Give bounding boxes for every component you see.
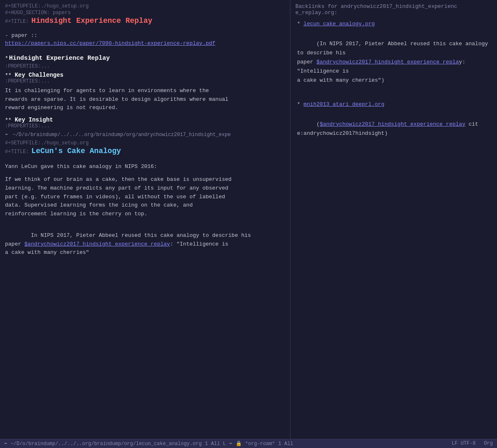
subsection2-title: Key Insight (15, 117, 53, 123)
status-arrow-1: ⬅ (4, 441, 7, 447)
status-extra: Org (484, 441, 493, 447)
body1: It is challenging for agents to learn in… (5, 87, 285, 112)
properties-2: :PROPERTIES:... (5, 78, 285, 84)
backlink-body-2-prefix: ( (317, 121, 320, 127)
status-lock-icon: 🔒 (236, 441, 242, 447)
subsection1-title: Key Challenges (15, 72, 63, 78)
file2-block: #+SETUPFILE:./hugo_setup.org #+TITLE: Le… (5, 140, 285, 266)
hugo-section-1: #+HUGO_SECTION: papers (5, 10, 285, 16)
paper-link[interactable]: https://papers.nips.cc/paper/7090-hindsi… (5, 40, 215, 46)
backlink-item-1: * lecun_cake_analogy.org (295, 21, 492, 27)
body2-intro: Yann LeCun gave this cake analogy in NIP… (5, 163, 285, 171)
backlink-link-1[interactable]: lecun_cake_analogy.org (304, 21, 375, 27)
backlink-body-2-suffix: e:andrychowicz2017hindsight) (297, 130, 387, 136)
status-bar: ⬅ ~/D/o/braindump/../../..org/braindump/… (0, 439, 497, 448)
backlink-body-1: (In NIPS 2017, Pieter Abbeel reused this… (297, 30, 492, 95)
body2-nips: In NIPS 2017, Pieter Abbeel reused this … (5, 223, 285, 266)
backlink-item-2: * mnih2013_atari_deeprl.org (295, 101, 492, 107)
backlink-body-2: ($andrychowicz2017_hindsight_experience_… (297, 111, 492, 147)
title-label-1: #+TITLE: (5, 19, 29, 24)
title-text-2: LeCun's Cake Analogy (32, 147, 121, 155)
body2-main: If we think of our brain as a cake, then… (5, 175, 285, 219)
body2-nips-link[interactable]: $andrychowicz2017_hindsight_experience_r… (24, 241, 170, 247)
status-bar-left: ⬅ ~/D/o/braindump/../../..org/braindump/… (4, 441, 293, 447)
title-text-1: Hindsight Experience Replay (32, 17, 153, 25)
backlinks-header: Backlinks for andrychowicz2017_hindsight… (295, 3, 492, 16)
backlink-body-2-middle: cit (465, 121, 482, 127)
properties-1: :PROPERTIES:... (5, 63, 285, 69)
setup-file-1: #+SETUPFILE:./hugo_setup.org (5, 3, 285, 9)
status-bar-right: LF UTF-8 Org (452, 441, 493, 447)
backlink-body-1-prefix: (In NIPS 2017, Pieter Abbeel reused this… (317, 41, 478, 47)
right-pane: Backlinks for andrychowicz2017_hindsight… (290, 0, 497, 439)
status-mode: *org-roam* (245, 441, 275, 447)
backlink-body-1-link-suffix: y (459, 59, 462, 65)
properties-3: :PROPERTIES:... (5, 123, 285, 129)
section1-title: Hindsight Experience Replay (9, 55, 110, 62)
file1-block: #+SETUPFILE:./hugo_setup.org #+HUGO_SECT… (5, 3, 285, 138)
path1-text: ~/D/o/braindump/../../..org/braindump/or… (12, 132, 231, 138)
left-pane[interactable]: #+SETUPFILE:./hugo_setup.org #+HUGO_SECT… (0, 0, 290, 439)
arrow-icon-1: ⬅ (5, 132, 8, 138)
status-mode-stats: 1 All (278, 441, 293, 447)
status-stats: 1 All L (205, 441, 226, 447)
backlink-link-2[interactable]: mnih2013_atari_deeprl.org (304, 101, 385, 107)
title-label-2: #+TITLE: (5, 149, 29, 155)
path1-line: ⬅ ~/D/o/braindump/../../..org/braindump/… (5, 131, 285, 138)
paper-label: - paper :: (5, 32, 37, 39)
backlink-body-1-link[interactable]: $andrychowicz2017_hindsight_experience_r… (317, 59, 459, 65)
status-arrow-2: ⬅ (229, 441, 232, 447)
status-encoding: LF UTF-8 (452, 441, 476, 447)
setup-file-2: #+SETUPFILE:./hugo_setup.org (5, 140, 285, 146)
status-path: ~/D/o/braindump/../../..org/braindump/or… (10, 441, 202, 447)
backlink-body-2-link[interactable]: $andrychowicz2017_hindsight_experience_r… (320, 121, 465, 127)
